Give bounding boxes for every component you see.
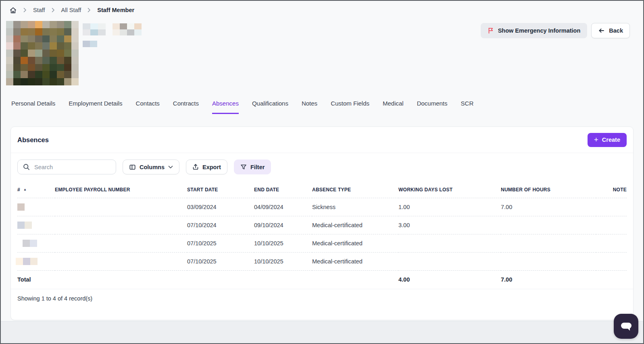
total-label: Total	[17, 271, 398, 289]
app-window: Staff All Staff Staff Member Show Emerge…	[0, 0, 644, 344]
tab-qualifications[interactable]: Qualifications	[252, 100, 288, 114]
home-icon[interactable]	[9, 6, 17, 14]
cell-note	[596, 253, 627, 271]
column-header-label: END DATE	[254, 187, 279, 193]
cell-note	[596, 216, 627, 234]
column-header[interactable]: END DATE	[254, 181, 312, 198]
cell-id	[17, 253, 55, 271]
cell-end-date: 10/10/2025	[254, 234, 312, 253]
cell-end-date: 09/10/2024	[254, 216, 312, 234]
back-arrow-icon	[598, 27, 605, 34]
filter-icon	[240, 164, 247, 170]
plus-icon: +	[594, 136, 598, 143]
export-label: Export	[202, 164, 221, 170]
column-header-label: ABSENCE TYPE	[312, 187, 351, 193]
tab-documents[interactable]: Documents	[417, 100, 448, 114]
cell-working-days-lost: 1.00	[398, 198, 501, 216]
back-button[interactable]: Back	[591, 23, 630, 38]
tab-contracts[interactable]: Contracts	[173, 100, 199, 114]
tab-absences[interactable]: Absences	[212, 100, 239, 114]
redaction-chip	[30, 258, 38, 265]
total-note	[596, 271, 627, 289]
redacted-staff-name	[83, 23, 106, 35]
cell-id	[17, 198, 55, 216]
column-header-label: NUMBER OF HOURS	[501, 187, 550, 193]
tab-notes[interactable]: Notes	[302, 100, 317, 114]
column-header-label: NOTE	[613, 187, 627, 193]
redacted-staff-photo	[6, 21, 79, 85]
cell-absence-type: Medical-certificated	[312, 234, 398, 253]
cell-number-of-hours: 7.00	[501, 198, 596, 216]
header-actions: Show Emergency Information Back	[481, 23, 630, 38]
column-header[interactable]: START DATE	[187, 181, 254, 198]
table-row[interactable]: 07/10/202510/10/2025Medical-certificated	[17, 234, 627, 253]
column-header[interactable]: NOTE	[596, 181, 627, 198]
create-button[interactable]: + Create	[588, 133, 627, 147]
total-number-of-hours: 7.00	[501, 271, 596, 289]
redaction-chip	[23, 258, 30, 265]
column-header[interactable]: EMPLOYEE PAYROLL NUMBER	[55, 181, 187, 198]
filter-button[interactable]: Filter	[234, 160, 271, 174]
table-total-row: Total 4.00 7.00	[17, 271, 627, 289]
tab-scr[interactable]: SCR	[461, 100, 474, 114]
tab-personal-details[interactable]: Personal Details	[11, 100, 55, 114]
sort-asc-icon[interactable]: ▲	[23, 188, 27, 191]
tab-contacts[interactable]: Contacts	[136, 100, 160, 114]
chevron-right-icon	[23, 8, 27, 12]
absences-panel: Absences + Create	[10, 126, 634, 320]
search-box	[17, 160, 116, 174]
table-row[interactable]: 03/09/202404/09/2024Sickness1.007.00	[17, 198, 627, 216]
column-header-label: #	[17, 187, 20, 193]
page-bottom-strip	[1, 321, 643, 343]
tab-medical[interactable]: Medical	[383, 100, 404, 114]
redaction-chip	[17, 222, 25, 229]
redacted-staff-name	[113, 23, 142, 35]
cell-note	[596, 198, 627, 216]
redacted-id	[17, 203, 55, 211]
breadcrumb-item-all-staff[interactable]: All Staff	[61, 7, 81, 13]
column-header[interactable]: #▲	[17, 181, 55, 198]
search-input[interactable]	[34, 164, 110, 170]
cell-note	[596, 234, 627, 253]
panel-header: Absences + Create	[11, 127, 633, 153]
show-emergency-information-button[interactable]: Show Emergency Information	[481, 23, 588, 38]
cell-id	[17, 216, 55, 234]
create-label: Create	[602, 137, 620, 143]
chevron-right-icon	[87, 8, 91, 12]
cell-employee-payroll-number	[55, 253, 187, 271]
cell-start-date: 07/10/2024	[187, 216, 254, 234]
tab-employment-details[interactable]: Employment Details	[69, 100, 122, 114]
cell-absence-type: Medical-certificated	[312, 216, 398, 234]
absences-table: #▲EMPLOYEE PAYROLL NUMBERSTART DATEEND D…	[17, 181, 627, 289]
redacted-staff-subtitle	[83, 41, 97, 47]
total-working-days-lost: 4.00	[398, 271, 501, 289]
export-button[interactable]: Export	[186, 160, 227, 174]
table-row[interactable]: 07/10/202409/10/2024Medical-certificated…	[17, 216, 627, 234]
chevron-down-icon	[168, 166, 173, 169]
column-header[interactable]: WORKING DAYS LOST	[398, 181, 501, 198]
cell-employee-payroll-number	[55, 198, 187, 216]
tab-custom-fields[interactable]: Custom Fields	[331, 100, 369, 114]
cell-end-date: 10/10/2025	[254, 253, 312, 271]
panel-title: Absences	[17, 136, 49, 144]
breadcrumb-item-staff[interactable]: Staff	[33, 7, 45, 13]
cell-employee-payroll-number	[55, 234, 187, 253]
cell-number-of-hours	[501, 253, 596, 271]
columns-button[interactable]: Columns	[123, 160, 179, 174]
cell-absence-type: Sickness	[312, 198, 398, 216]
column-header-label: START DATE	[187, 187, 218, 193]
column-header[interactable]: NUMBER OF HOURS	[501, 181, 596, 198]
cell-number-of-hours	[501, 234, 596, 253]
cell-absence-type: Medical-certificated	[312, 253, 398, 271]
column-header-label: WORKING DAYS LOST	[398, 187, 452, 193]
records-count: Showing 1 to 4 of 4 record(s)	[11, 289, 633, 308]
cell-start-date: 07/10/2025	[187, 253, 254, 271]
redaction-chip	[23, 240, 30, 247]
table-toolbar: Columns Export Filter	[11, 153, 633, 181]
column-header[interactable]: ABSENCE TYPE	[312, 181, 398, 198]
table-row[interactable]: 07/10/202510/10/2025Medical-certificated	[17, 253, 627, 271]
redacted-id	[23, 240, 55, 247]
show-emergency-information-label: Show Emergency Information	[498, 27, 581, 34]
chat-widget-button[interactable]	[614, 314, 638, 339]
cell-end-date: 04/09/2024	[254, 198, 312, 216]
